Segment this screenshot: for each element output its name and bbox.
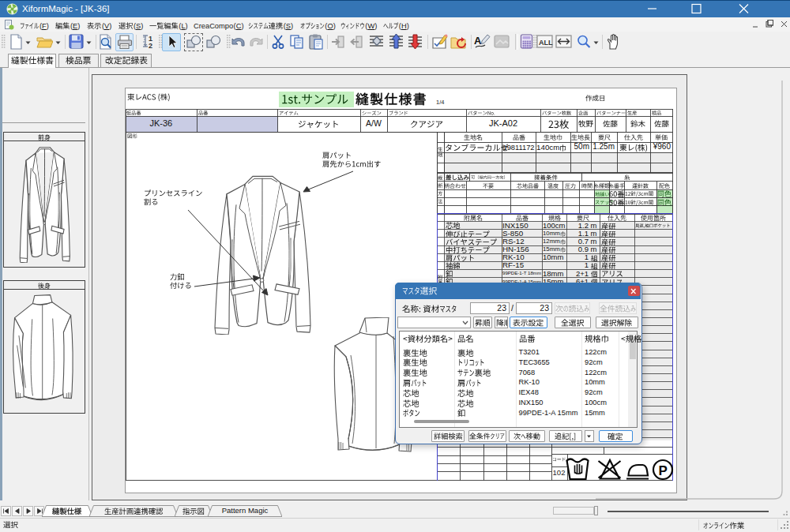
svg-text:ALL: ALL [539,39,553,47]
svg-text:P: P [659,463,668,478]
svg-text:A: A [474,35,482,47]
svg-text:2: 2 [149,42,152,50]
